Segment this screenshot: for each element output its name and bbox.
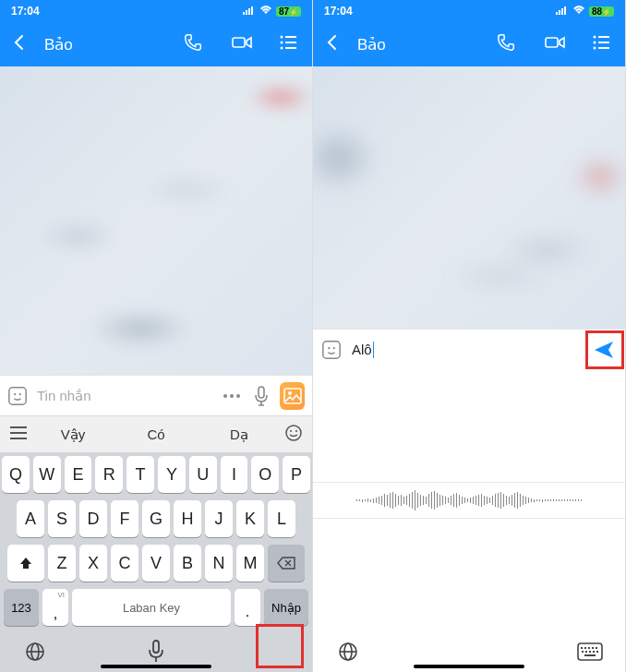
- waveform-bar: [559, 499, 560, 501]
- key-e[interactable]: E: [65, 456, 92, 493]
- waveform-bar: [542, 499, 543, 502]
- key-q[interactable]: Q: [2, 456, 30, 493]
- svg-point-16: [236, 394, 240, 398]
- back-button[interactable]: [324, 34, 343, 54]
- svg-point-19: [288, 391, 292, 395]
- message-input[interactable]: [37, 388, 212, 403]
- home-indicator[interactable]: [101, 665, 211, 668]
- waveform-bar: [498, 493, 499, 508]
- key-j[interactable]: J: [205, 500, 233, 537]
- svg-rect-22: [10, 438, 27, 439]
- svg-rect-58: [584, 654, 596, 656]
- enter-key[interactable]: Nhập: [264, 589, 308, 626]
- message-input[interactable]: Alô: [352, 342, 581, 358]
- key-m[interactable]: M: [236, 545, 264, 582]
- home-indicator[interactable]: [414, 665, 524, 668]
- key-p[interactable]: P: [283, 456, 310, 493]
- numeric-key[interactable]: 123: [4, 589, 39, 626]
- key-x[interactable]: X: [79, 545, 107, 582]
- key-t[interactable]: T: [126, 456, 154, 493]
- key-h[interactable]: H: [174, 500, 201, 537]
- comma-key[interactable]: ,VI: [42, 589, 68, 626]
- keyboard-icon[interactable]: [577, 639, 603, 665]
- sticker-button[interactable]: [320, 339, 343, 361]
- menu-button[interactable]: [279, 33, 301, 55]
- key-c[interactable]: C: [111, 545, 138, 582]
- svg-rect-2: [248, 8, 250, 15]
- key-r[interactable]: R: [95, 456, 123, 493]
- waveform-bar: [561, 499, 562, 501]
- key-d[interactable]: D: [79, 500, 107, 537]
- status-bar: 17:04 87⚡: [0, 0, 312, 22]
- waveform-bar: [365, 499, 366, 501]
- svg-rect-56: [593, 651, 595, 653]
- waveform-bar: [567, 499, 568, 501]
- waveform-bar: [464, 498, 465, 503]
- svg-rect-21: [10, 432, 27, 434]
- key-y[interactable]: Y: [158, 456, 186, 493]
- emoji-button[interactable]: [281, 424, 307, 446]
- svg-point-24: [290, 430, 292, 432]
- contact-name[interactable]: Bảo: [44, 35, 157, 54]
- phone-right: 17:04 88⚡ Bảo Alô: [313, 0, 626, 672]
- menu-button[interactable]: [592, 33, 614, 55]
- period-key[interactable]: .: [235, 589, 260, 626]
- video-call-button[interactable]: [544, 32, 566, 56]
- waveform-bar: [470, 498, 471, 503]
- voice-message-button[interactable]: [251, 385, 271, 407]
- globe-icon[interactable]: [22, 639, 48, 665]
- key-z[interactable]: Z: [48, 545, 76, 582]
- waveform-bar: [575, 499, 576, 501]
- contact-name[interactable]: Bảo: [357, 35, 470, 54]
- svg-rect-49: [584, 647, 586, 649]
- battery-badge: 88⚡: [589, 6, 614, 17]
- waveform-bar: [412, 492, 413, 509]
- waveform-bar: [426, 497, 427, 504]
- waveform-bar: [572, 499, 573, 501]
- call-button[interactable]: [496, 32, 518, 56]
- waveform-bar: [500, 492, 501, 509]
- key-n[interactable]: N: [205, 545, 233, 582]
- svg-point-5: [281, 36, 283, 39]
- key-a[interactable]: A: [17, 500, 44, 537]
- suggestion-1[interactable]: Vậy: [31, 426, 114, 443]
- key-i[interactable]: I: [221, 456, 248, 493]
- key-k[interactable]: K: [236, 500, 264, 537]
- backspace-key[interactable]: [268, 545, 305, 582]
- key-s[interactable]: S: [48, 500, 76, 537]
- key-v[interactable]: V: [142, 545, 170, 582]
- key-o[interactable]: O: [251, 456, 279, 493]
- suggestion-3[interactable]: Dạ: [198, 426, 281, 443]
- svg-point-14: [223, 394, 227, 398]
- key-l[interactable]: L: [268, 500, 295, 537]
- key-u[interactable]: U: [189, 456, 217, 493]
- audio-waveform: [313, 482, 625, 519]
- waveform-bar: [453, 494, 454, 507]
- svg-rect-36: [598, 36, 609, 38]
- svg-rect-17: [259, 387, 264, 398]
- suggestions-menu-icon[interactable]: [6, 426, 31, 443]
- key-w[interactable]: W: [33, 456, 61, 493]
- video-call-button[interactable]: [231, 32, 253, 56]
- key-b[interactable]: B: [174, 545, 201, 582]
- key-f[interactable]: F: [111, 500, 138, 537]
- waveform-bar: [373, 498, 374, 503]
- more-options-button[interactable]: [222, 385, 242, 407]
- photo-button[interactable]: [280, 382, 305, 410]
- back-button[interactable]: [11, 34, 30, 54]
- chat-messages-area[interactable]: [0, 66, 312, 375]
- chat-messages-area[interactable]: [313, 66, 625, 329]
- microphone-button[interactable]: [143, 639, 169, 665]
- waveform-bar: [456, 493, 457, 508]
- waveform-bar: [476, 496, 476, 505]
- spacebar[interactable]: Laban Key: [72, 589, 231, 626]
- signal-icon: [243, 5, 256, 18]
- suggestion-2[interactable]: Có: [114, 426, 198, 442]
- globe-icon[interactable]: [335, 639, 361, 665]
- status-time: 17:04: [324, 5, 353, 18]
- sticker-button[interactable]: [7, 385, 28, 407]
- shift-key[interactable]: [7, 545, 44, 582]
- key-g[interactable]: G: [142, 500, 170, 537]
- call-button[interactable]: [183, 32, 205, 56]
- waveform-bar: [379, 497, 379, 504]
